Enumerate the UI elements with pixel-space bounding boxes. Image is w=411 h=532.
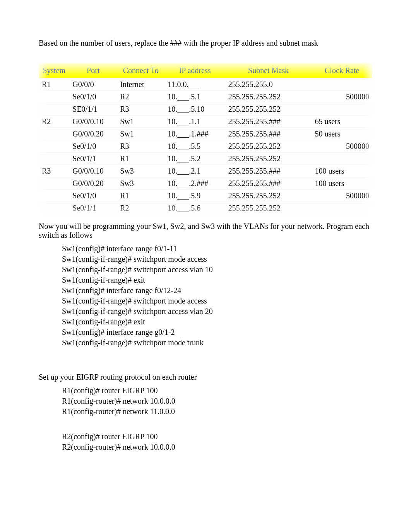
cell-clock: 500000 <box>312 189 372 202</box>
cell-subnet: 255.255.255.### <box>225 115 312 128</box>
cell-port: G0/0/0.10 <box>69 165 117 177</box>
table-row: Se0/1/1R110.___.5.2255.255.255.252 <box>39 152 372 165</box>
cell-system <box>39 152 69 165</box>
cell-subnet: 255.255.255.### <box>225 128 312 140</box>
cell-clock: 500000 <box>312 140 372 152</box>
table-row: R1G0/0/0Internet11.0.0.___255.255.255.0 <box>39 78 372 90</box>
network-table-wrap: System Port Connect To IP address Subnet… <box>39 63 372 214</box>
code-line: Sw1(config-if-range)# switchport mode tr… <box>62 338 372 348</box>
cell-subnet: 255.255.255.### <box>225 177 312 189</box>
table-body: R1G0/0/0Internet11.0.0.___255.255.255.0S… <box>39 78 372 214</box>
cell-connect: Sw3 <box>117 165 164 177</box>
cell-clock <box>312 152 372 165</box>
code-line: R1(config-router)# network 10.0.0.0 <box>62 396 372 406</box>
cell-connect: R2 <box>117 202 164 214</box>
code-line: R1(config-router)# network 11.0.0.0 <box>62 406 372 417</box>
cell-ip: 10.___.2.### <box>164 177 225 189</box>
eigrp-paragraph: Set up your EIGRP routing protocol on ea… <box>39 373 372 382</box>
cell-connect: R2 <box>117 90 164 103</box>
cell-clock: 500000 <box>312 90 372 103</box>
code-line: Sw1(config-if-range)# switchport mode ac… <box>62 254 372 264</box>
cell-ip: 10.___.5.1 <box>164 90 225 103</box>
code-line: Sw1(config)# interface range f0/1-11 <box>62 244 372 254</box>
cell-subnet: 255.255.255.252 <box>225 152 312 165</box>
cell-system: R3 <box>39 165 69 177</box>
cell-system <box>39 202 69 214</box>
cell-clock <box>312 103 372 115</box>
cell-system <box>39 103 69 115</box>
cell-connect: Sw1 <box>117 128 164 140</box>
cell-clock: 50 users <box>312 128 372 140</box>
cell-port: Se0/1/0 <box>69 189 117 202</box>
th-system: System <box>39 63 69 78</box>
cell-clock: 100 users <box>312 177 372 189</box>
code-line: R1(config)# router EIGRP 100 <box>62 385 372 396</box>
table-header-row: System Port Connect To IP address Subnet… <box>39 63 372 78</box>
cell-port: G0/0/0.10 <box>69 115 117 128</box>
code-line: Sw1(config-if-range)# exit <box>62 275 372 285</box>
vlan-commands: Sw1(config)# interface range f0/1-11Sw1(… <box>62 244 372 348</box>
code-line: Sw1(config-if-range)# exit <box>62 317 372 327</box>
table-row: R3G0/0/0.10Sw310.___.2.1255.255.255.###1… <box>39 165 372 177</box>
cell-system <box>39 177 69 189</box>
cell-system: R1 <box>39 78 69 90</box>
table-row: G0/0/0.20Sw310.___.2.###255.255.255.###1… <box>39 177 372 189</box>
table-row: R2G0/0/0.10Sw110.___.1.1255.255.255.###6… <box>39 115 372 128</box>
cell-port: Se0/1/1 <box>69 152 117 165</box>
cell-system <box>39 90 69 103</box>
cell-connect: R3 <box>117 140 164 152</box>
cell-clock <box>312 78 372 90</box>
cell-connect: R3 <box>117 103 164 115</box>
th-ip: IP address <box>164 63 225 78</box>
code-line: R2(config-router)# network 10.0.0.0 <box>62 442 372 452</box>
cell-ip: 10.___.1.1 <box>164 115 225 128</box>
cell-port: Se0/1/1 <box>69 202 117 214</box>
table-row: Se0/1/0R110.___.5.9255.255.255.252500000 <box>39 189 372 202</box>
cell-subnet: 255.255.255.### <box>225 165 312 177</box>
cell-subnet: 255.255.255.252 <box>225 189 312 202</box>
cell-port: Se0/1/0 <box>69 90 117 103</box>
th-port: Port <box>69 63 117 78</box>
cell-clock <box>312 202 372 214</box>
code-line: R2(config)# router EIGRP 100 <box>62 431 372 442</box>
cell-port: G0/0/0.20 <box>69 177 117 189</box>
cell-connect: R1 <box>117 152 164 165</box>
document-page: Based on the number of users, replace th… <box>0 0 411 479</box>
cell-port: G0/0/0.20 <box>69 128 117 140</box>
cell-ip: 10.___.1.### <box>164 128 225 140</box>
cell-ip: 10.___.5.6 <box>164 202 225 214</box>
cell-system: R2 <box>39 115 69 128</box>
code-line: Sw1(config)# interface range g0/1-2 <box>62 327 372 338</box>
cell-port: G0/0/0 <box>69 78 117 90</box>
cell-ip: 10.___.2.1 <box>164 165 225 177</box>
table-row: SE0/1/1R310.___.5.10255.255.255.252 <box>39 103 372 115</box>
cell-port: Se0/1/0 <box>69 140 117 152</box>
table-row: G0/0/0.20Sw110.___.1.###255.255.255.###5… <box>39 128 372 140</box>
table-row: Se0/1/1R210.___.5.6255.255.255.252 <box>39 202 372 214</box>
th-subnet: Subnet Mask <box>225 63 312 78</box>
cell-clock: 65 users <box>312 115 372 128</box>
cell-ip: 10.___.5.9 <box>164 189 225 202</box>
code-line: Sw1(config-if-range)# switchport access … <box>62 264 372 275</box>
code-line: Sw1(config-if-range)# switchport access … <box>62 306 372 317</box>
code-line: Sw1(config)# interface range f0/12-24 <box>62 285 372 296</box>
cell-ip: 10.___.5.2 <box>164 152 225 165</box>
cell-subnet: 255.255.255.252 <box>225 90 312 103</box>
cell-system <box>39 140 69 152</box>
cell-subnet: 255.255.255.252 <box>225 140 312 152</box>
cell-clock: 100 users <box>312 165 372 177</box>
cell-ip: 10.___.5.5 <box>164 140 225 152</box>
th-clock: Clock Rate <box>312 63 372 78</box>
cell-connect: Internet <box>117 78 164 90</box>
cell-connect: Sw1 <box>117 115 164 128</box>
cell-system <box>39 128 69 140</box>
th-connect-to: Connect To <box>117 63 164 78</box>
vlan-paragraph: Now you will be programming your Sw1, Sw… <box>39 222 372 240</box>
cell-subnet: 255.255.255.252 <box>225 103 312 115</box>
table-row: Se0/1/0R310.___.5.5255.255.255.252500000 <box>39 140 372 152</box>
cell-ip: 10.___.5.10 <box>164 103 225 115</box>
cell-connect: R1 <box>117 189 164 202</box>
table-row: Se0/1/0R210.___.5.1255.255.255.252500000 <box>39 90 372 103</box>
cell-subnet: 255.255.255.252 <box>225 202 312 214</box>
cell-ip: 11.0.0.___ <box>164 78 225 90</box>
